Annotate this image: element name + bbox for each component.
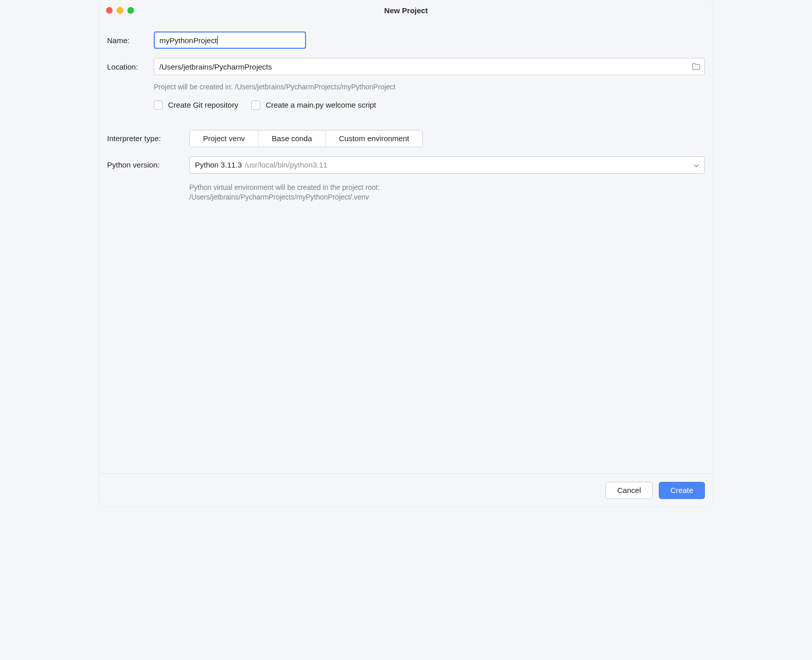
cancel-button[interactable]: Cancel [605,482,653,499]
python-version-row: Python version: Python 3.11.3 /usr/local… [107,156,705,174]
interpreter-option-conda[interactable]: Base conda [259,130,326,147]
window-controls [106,7,134,14]
create-main-checkbox[interactable]: Create a main.py welcome script [251,101,376,110]
name-row: Name: myPythonProject [107,31,705,49]
venv-hint-line2: /Users/jetbrains/PycharmProjects/myPytho… [189,193,369,201]
minimize-window-button[interactable] [117,7,123,14]
checkbox-label: Create Git repository [168,101,238,109]
dialog-content: Name: myPythonProject Location: /Users/j… [99,20,713,473]
venv-hint: Python virtual environment will be creat… [189,183,705,203]
window-title: New Project [99,6,713,15]
checkbox-label: Create a main.py welcome script [265,101,376,109]
new-project-dialog: New Project Name: myPythonProject Locati… [99,0,713,507]
maximize-window-button[interactable] [127,7,134,14]
dialog-footer: Cancel Create [99,473,713,507]
python-version-value: Python 3.11.3 [195,160,242,169]
python-version-label: Python version: [107,160,189,169]
text-caret [217,36,218,45]
interpreter-option-custom[interactable]: Custom environment [326,130,422,147]
location-hint: Project will be created in: /Users/jetbr… [154,82,705,92]
chevron-down-icon [693,160,699,169]
folder-icon [692,63,700,71]
location-input[interactable]: /Users/jetbrains/PycharmProjects [154,58,705,75]
browse-folder-button[interactable] [692,63,700,71]
location-value: /Users/jetbrains/PycharmProjects [159,62,272,71]
name-value: myPythonProject [159,36,217,45]
venv-hint-line1: Python virtual environment will be creat… [189,183,380,191]
name-input[interactable]: myPythonProject [154,31,306,49]
interpreter-type-label: Interpreter type: [107,134,189,143]
checkbox-box [251,101,260,110]
interpreter-type-segmented: Project venv Base conda Custom environme… [189,130,423,147]
python-version-dropdown[interactable]: Python 3.11.3 /usr/local/bin/python3.11 [189,156,705,174]
options-row: Create Git repository Create a main.py w… [154,101,705,110]
location-row: Location: /Users/jetbrains/PycharmProjec… [107,58,705,75]
interpreter-option-venv[interactable]: Project venv [190,130,259,147]
interpreter-type-row: Interpreter type: Project venv Base cond… [107,130,705,147]
create-button[interactable]: Create [659,482,705,499]
titlebar: New Project [99,0,713,20]
location-label: Location: [107,62,154,71]
create-git-checkbox[interactable]: Create Git repository [154,101,238,110]
close-window-button[interactable] [106,7,113,14]
python-version-path: /usr/local/bin/python3.11 [245,160,328,169]
name-label: Name: [107,36,154,45]
checkbox-box [154,101,163,110]
